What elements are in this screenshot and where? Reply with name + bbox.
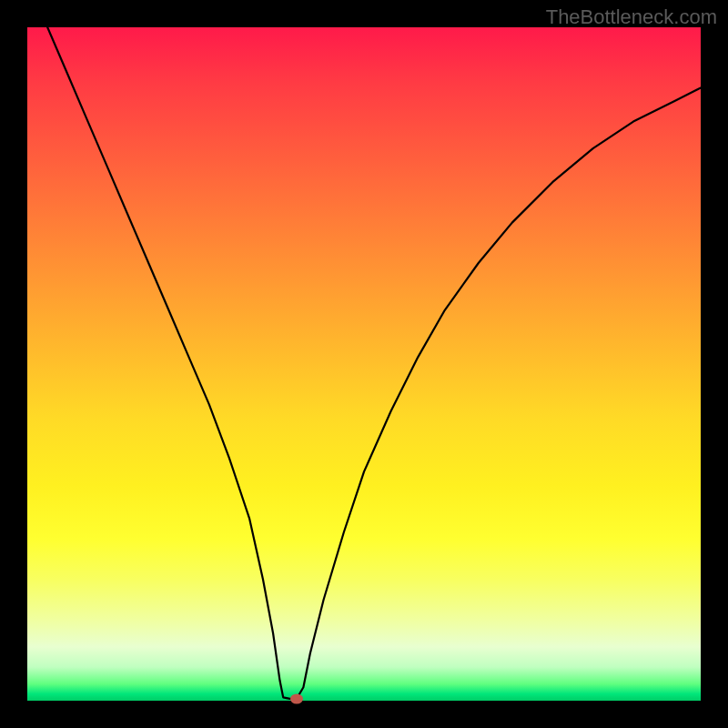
chart-curve-svg <box>27 27 701 701</box>
watermark-text: TheBottleneck.com <box>546 5 717 29</box>
optimum-marker <box>290 693 303 703</box>
bottleneck-curve <box>47 27 701 699</box>
